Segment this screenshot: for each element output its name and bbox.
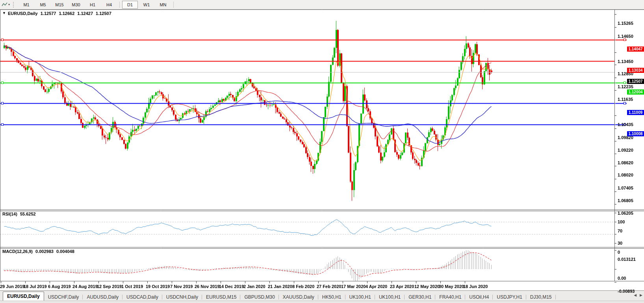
date-axis-label: 30 May 2020 bbox=[439, 284, 464, 289]
price-line-badge: 1.11009 bbox=[627, 110, 644, 115]
date-axis-label: 29 Jun 2019 bbox=[0, 284, 24, 289]
price-line-badge: 1.12004 bbox=[627, 89, 644, 95]
chart-tab-xauusd-daily[interactable]: XAUUSD,Daily bbox=[279, 293, 318, 301]
price-axis-tick-label: 1.15265 bbox=[618, 21, 633, 26]
rsi-axis-tick-label: 70 bbox=[618, 229, 622, 233]
timeframe-button-d1[interactable]: D1 bbox=[122, 1, 138, 9]
timeframe-button-h1[interactable]: H1 bbox=[85, 1, 100, 9]
date-axis-label: 7 Nov 2019 bbox=[170, 284, 193, 289]
chart-tab-ger30-h1[interactable]: GER30,H1 bbox=[405, 293, 435, 301]
metatrader-window: ▾ M1M5M15M30H1H4D1W1MN ▼EURUSD,Daily1.12… bbox=[0, 0, 644, 303]
date-axis-label: 27 Feb 2020 bbox=[317, 284, 341, 289]
chart-tab-eurusd-m15[interactable]: EURUSD,M15 bbox=[202, 293, 240, 301]
price-axis-tick-label: 1.08620 bbox=[618, 160, 633, 165]
date-axis-label: 12 Sep 2019 bbox=[97, 284, 122, 289]
price-axis-tick-label: 1.14650 bbox=[618, 34, 633, 39]
price-axis-tick-label: 1.10435 bbox=[618, 122, 633, 127]
tab-scroll-left-icon[interactable]: ◀ bbox=[634, 293, 637, 297]
date-axis-label: 18 Jun 2020 bbox=[463, 284, 488, 289]
chart-tab-usoil-h4[interactable]: USOil,H4 bbox=[465, 293, 493, 301]
toolbar-separator bbox=[173, 2, 174, 8]
chart-tab-eurusd-daily[interactable]: EURUSD,Daily bbox=[3, 292, 44, 301]
macd-axis-tick-label: 0.00 bbox=[618, 276, 626, 281]
timeframe-button-m1[interactable]: M1 bbox=[19, 1, 34, 9]
chart-tab-bar: EURUSD,DailyUSDCHF,DailyAUDUSD,DailyUSDC… bbox=[0, 290, 644, 301]
bid-price-badge: 1.12507 bbox=[627, 79, 644, 84]
macd-signal-value: 0.004048 bbox=[56, 249, 74, 254]
price-line-badge: 1.13034 bbox=[627, 68, 644, 73]
chart-window: ▼EURUSD,Daily1.125771.126621.124271.1250… bbox=[0, 9, 644, 290]
date-axis-label: 23 Apr 2020 bbox=[390, 284, 414, 289]
rsi-name: RSI(14) bbox=[2, 212, 17, 216]
chart-symbol-label: EURUSD,Daily bbox=[8, 11, 38, 16]
date-axis-label: 19 Oct 2019 bbox=[146, 284, 170, 289]
chart-tab-audusd-daily[interactable]: AUDUSD,Daily bbox=[83, 293, 122, 301]
chart-canvas[interactable] bbox=[0, 9, 644, 290]
date-axis-label: 12 May 2020 bbox=[414, 284, 440, 289]
date-axis-label: 14 Dec 2019 bbox=[219, 284, 244, 289]
chart-tab-uk100-h1[interactable]: UK100,H1 bbox=[345, 293, 375, 301]
collapse-caret-icon[interactable]: ▼ bbox=[2, 11, 6, 15]
timeframe-button-m15[interactable]: M15 bbox=[52, 1, 67, 9]
rsi-axis-tick-label: 30 bbox=[618, 241, 622, 245]
price-axis-tick-label: 1.06205 bbox=[618, 211, 633, 216]
chart-tab-usdjpy-h1[interactable]: USDJPY,H1 bbox=[493, 293, 526, 301]
toolbar-grip[interactable] bbox=[13, 2, 15, 7]
dropdown-caret-icon[interactable]: ▾ bbox=[8, 3, 10, 6]
chart-tab-hk50-h1[interactable]: HK50,H1 bbox=[318, 293, 345, 301]
macd-axis-tick-label: -0.00893 bbox=[618, 289, 635, 294]
rsi-value: 55.6252 bbox=[20, 212, 36, 216]
price-axis-tick-label: 1.13450 bbox=[618, 59, 633, 64]
tab-scroll-arrows: ◀ ▶ bbox=[634, 293, 642, 297]
date-axis-label: 2 Jan 2020 bbox=[243, 284, 265, 289]
ohlc-close: 1.12507 bbox=[96, 11, 111, 16]
window-bottom-strip bbox=[0, 301, 644, 303]
macd-main-value: 0.002983 bbox=[35, 249, 54, 254]
price-axis-tick-label: 1.08020 bbox=[618, 173, 633, 177]
date-axis-label: 8 Feb 2020 bbox=[292, 284, 314, 289]
chart-tab-usdchf-daily[interactable]: USDCHF,Daily bbox=[44, 293, 83, 301]
macd-indicator-label: MACD(12,26,9)0.0029830.004048 bbox=[2, 249, 74, 254]
timeframe-button-w1[interactable]: W1 bbox=[139, 1, 154, 9]
toolbar-separator bbox=[119, 2, 120, 8]
chart-tab-uk100-h1[interactable]: UK100,H1 bbox=[375, 293, 405, 301]
chart-tab-usdcnh-daily[interactable]: USDCNH,Daily bbox=[162, 293, 202, 301]
date-axis-label: 17 Mar 2020 bbox=[341, 284, 366, 289]
rsi-indicator-label: RSI(14)55.6252 bbox=[2, 212, 36, 216]
toolbar: ▾ M1M5M15M30H1H4D1W1MN bbox=[0, 0, 644, 9]
price-line-badge: 1.10008 bbox=[627, 131, 644, 136]
macd-axis-tick-label: 0.013121 bbox=[618, 257, 636, 262]
rsi-axis-tick-label: 100 bbox=[618, 219, 625, 224]
chart-tab-gbpusd-m30[interactable]: GBPUSD,M30 bbox=[240, 293, 278, 301]
date-axis-label: 1 Oct 2019 bbox=[121, 284, 143, 289]
chart-tab-fra40-h1[interactable]: FRA40,H1 bbox=[435, 293, 465, 301]
price-axis-tick-label: 1.11635 bbox=[618, 97, 633, 102]
ohlc-open: 1.12577 bbox=[41, 11, 56, 16]
date-axis-label: 26 Nov 2019 bbox=[195, 284, 220, 289]
macd-name: MACD(12,26,9) bbox=[2, 249, 33, 254]
price-line-badge: 1.14047 bbox=[627, 46, 644, 52]
rsi-axis-tick-label: 0 bbox=[618, 250, 620, 255]
line-tool-button[interactable]: ▾ bbox=[0, 1, 11, 9]
timeframe-button-mn[interactable]: MN bbox=[155, 1, 171, 9]
timeframe-button-m5[interactable]: M5 bbox=[35, 1, 51, 9]
date-axis-label: 21 Jan 2020 bbox=[268, 284, 292, 289]
timeframe-button-h4[interactable]: H4 bbox=[101, 1, 117, 9]
price-axis-tick-label: 1.12235 bbox=[618, 84, 633, 89]
ohlc-low: 1.12427 bbox=[77, 11, 93, 16]
date-axis-label: 4 Apr 2020 bbox=[366, 284, 387, 289]
chart-title: ▼EURUSD,Daily1.125771.126621.124271.1250… bbox=[2, 11, 111, 16]
date-axis-label: 6 Aug 2019 bbox=[48, 284, 71, 289]
chart-tab-usdcad-daily[interactable]: USDCAD,Daily bbox=[122, 293, 162, 301]
chart-tab-dj30-m15[interactable]: DJ30,M15 bbox=[526, 293, 556, 301]
price-axis-tick-label: 1.06805 bbox=[618, 198, 633, 203]
timeframe-button-group: M1M5M15M30H1H4D1W1MN bbox=[18, 1, 176, 9]
date-axis-label: 18 Jul 2019 bbox=[24, 284, 47, 289]
ohlc-high: 1.12662 bbox=[59, 11, 74, 16]
tab-scroll-right-icon[interactable]: ▶ bbox=[640, 293, 642, 297]
date-axis-label: 24 Aug 2019 bbox=[72, 284, 98, 289]
line-tool-icon bbox=[2, 2, 7, 7]
price-axis-tick-label: 1.09220 bbox=[618, 148, 633, 152]
price-axis-tick-label: 1.07405 bbox=[618, 186, 633, 190]
timeframe-button-m30[interactable]: M30 bbox=[68, 1, 84, 9]
